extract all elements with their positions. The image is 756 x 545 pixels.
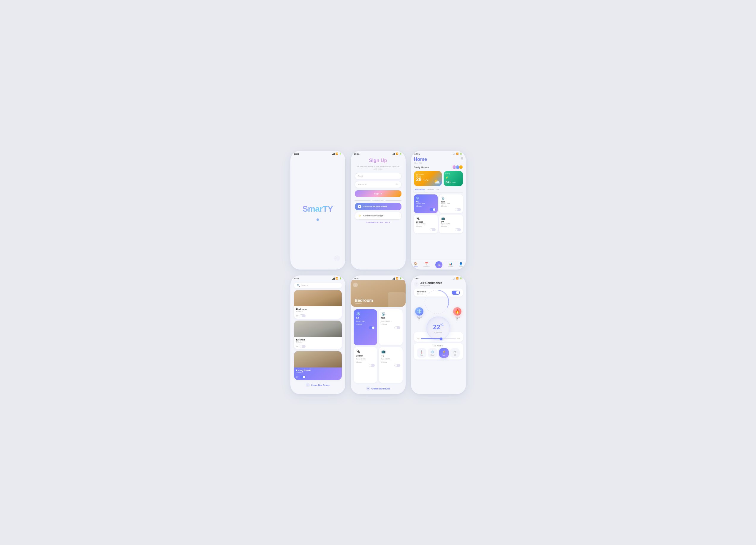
monitor-icon: 📊 <box>449 262 452 266</box>
kitchen-toggle-row: Off <box>294 344 342 349</box>
email-field[interactable]: Email <box>355 173 401 179</box>
nav-profile[interactable]: 👤 Profile <box>459 262 463 268</box>
battery-icon-4: 🔋 <box>339 277 342 279</box>
mode-buttons: 🌡️ Heat ❄️ Cool ⚡ Auto ⏻ <box>416 348 461 358</box>
status-bar-4: 10:01 📶 🔋 <box>290 275 345 280</box>
bd-tv-toggle[interactable] <box>394 364 400 367</box>
bd-tv-card: 📺 TV Spend 5 kWh 1 Device <box>379 347 403 383</box>
wifi-device-icon: 📡 <box>441 197 461 200</box>
wifi-icon-6: 📶 <box>456 277 459 279</box>
bd-tv-icon: 📺 <box>381 349 400 353</box>
device-name-ac: AC <box>416 201 436 203</box>
kitchen-toggle[interactable] <box>300 345 306 348</box>
nav-schedule[interactable]: 📅 Schedule <box>423 262 430 268</box>
bedroom-content: ‹ Bedroom 4 Device ❄️ AC Spend 5 kWh 1 D… <box>351 280 406 394</box>
cool-btn[interactable]: ❄️ <box>415 307 423 315</box>
family-label: Family Member <box>414 166 429 168</box>
mode-cool-btn[interactable]: ❄️ Cool <box>428 348 437 358</box>
mode-off-btn[interactable]: ⏻ Off <box>450 348 460 358</box>
center-nav-btn[interactable]: ⊕ <box>435 261 442 269</box>
or-divider: Or continue with <box>355 200 401 201</box>
nav-monitor[interactable]: 📊 Monitor <box>448 262 453 268</box>
password-field[interactable]: Password 👁 <box>355 181 401 188</box>
nav-center[interactable]: ⊕ <box>435 261 442 269</box>
bd-ac-toggle[interactable] <box>369 326 375 329</box>
heat-btn[interactable]: 🔥 <box>453 307 461 315</box>
kitchen-room-name: Kitchen <box>296 338 305 341</box>
bedroom-toggle-label: Off <box>296 315 298 317</box>
facebook-button[interactable]: f Continue with Facebook <box>355 203 401 210</box>
tab-bedroom[interactable]: Bedroom <box>427 189 434 191</box>
bd-wifi-toggle-row <box>381 326 400 329</box>
monitor-label: Monitor <box>448 266 453 268</box>
toggle-socket[interactable] <box>430 228 436 231</box>
back-btn-ac[interactable]: ‹ <box>414 282 419 286</box>
bedroom-room-name: Bedroom <box>296 308 307 310</box>
signal-bar <box>453 154 453 155</box>
bd-create-btn[interactable]: + Create New Device <box>354 385 403 392</box>
device-count-tv: 1 Device <box>441 225 461 227</box>
create-device-btn[interactable]: + Create New Device <box>294 382 342 388</box>
no-account-text: Don't have an Account? Sign In <box>355 222 401 223</box>
home-date: 1 Juni 2022 <box>414 162 427 164</box>
device-name-wifi: Wifi <box>441 201 461 203</box>
facebook-icon: f <box>358 205 361 209</box>
status-bar-5: 10:01 📶 🔋 <box>351 275 406 280</box>
google-button[interactable]: G Continue with Google <box>355 212 401 220</box>
kitchen-room-devices: 5 Device <box>296 341 305 343</box>
status-bar-2: 10:01 📶 🔋 <box>351 151 406 156</box>
family-row: Family Member <box>414 165 463 169</box>
weather-energy-row: My Location Illinois 28 °C/°F ⛅ Energy ⚡… <box>414 171 463 186</box>
schedule-label: Schedule <box>423 266 430 268</box>
toggle-wifi[interactable] <box>455 208 461 211</box>
kitchen-room-card[interactable]: Kitchen 5 Device Off <box>294 320 342 349</box>
cool-mode-icon: ❄️ <box>431 350 434 353</box>
bd-socket-toggle[interactable] <box>369 364 375 367</box>
living-toggle[interactable] <box>300 375 306 378</box>
bd-wifi-count: 1 Device <box>381 323 400 325</box>
wifi-icon-5: 📶 <box>396 277 398 279</box>
splash-indicator <box>317 219 319 221</box>
signin-button[interactable]: Sign In <box>355 190 401 197</box>
energy-unit: kWh <box>453 182 456 184</box>
toggle-row-socket <box>416 228 436 231</box>
nav-home[interactable]: 🏠 Home <box>414 262 417 268</box>
signal-bars-3 <box>453 153 455 155</box>
status-time-5: 10:01 <box>354 277 360 279</box>
bedroom-room-card[interactable]: Bedroom 4 Device Off <box>294 290 342 319</box>
bd-wifi-toggle[interactable] <box>394 326 400 329</box>
mode-heat-btn[interactable]: 🌡️ Heat <box>417 348 426 358</box>
kitchen-room-details: Kitchen 5 Device <box>296 338 305 343</box>
living-room-card[interactable]: Living Room 1 Device Off <box>294 351 342 380</box>
energy-label: Energy <box>445 173 461 175</box>
tab-living-room[interactable]: Living Room <box>414 189 425 191</box>
toggle-ac[interactable] <box>430 208 436 211</box>
weather-card: My Location Illinois 28 °C/°F ⛅ <box>414 171 442 186</box>
status-bar-3: 10:01 📶 🔋 <box>411 151 466 156</box>
temp-slider[interactable] <box>421 338 456 339</box>
bedroom-toggle[interactable] <box>300 314 306 317</box>
bottom-nav: 🏠 Home 📅 Schedule ⊕ 📊 Monitor 👤 Profile <box>411 259 466 270</box>
back-btn-bedroom[interactable]: ‹ <box>353 282 358 287</box>
signin-link[interactable]: Sign In <box>385 222 390 223</box>
kitchen-toggle-label: Off <box>296 345 298 347</box>
toggle-tv[interactable] <box>455 228 461 231</box>
signup-screen: 10:01 📶 🔋 Sign Up We have sent a code to… <box>351 151 406 270</box>
battery-icon-2: 🔋 <box>399 153 402 155</box>
search-placeholder: Search <box>301 284 308 286</box>
schedule-icon: 📅 <box>425 262 428 266</box>
grid-icon[interactable]: ⊞ <box>461 157 463 160</box>
temperature-dial[interactable]: 22 °C 6 kWh 65/h <box>426 316 450 340</box>
ac-subtitle: Living Room <box>420 285 442 286</box>
dial-temp-value: 22 <box>433 323 440 331</box>
mode-auto-btn[interactable]: ⚡ Auto <box>439 348 449 358</box>
next-arrow[interactable]: › <box>334 255 340 261</box>
status-time-6: 10:01 <box>415 277 420 279</box>
tab-kitchen[interactable]: Kit <box>436 189 439 191</box>
signal-bar <box>454 154 454 155</box>
search-icon: 🔍 <box>297 284 300 287</box>
socket-icon: 🔌 <box>416 217 436 220</box>
off-mode-label: Off <box>454 354 456 356</box>
weather-icon: ⛅ <box>434 179 440 185</box>
search-bar[interactable]: 🔍 Search <box>294 282 342 288</box>
